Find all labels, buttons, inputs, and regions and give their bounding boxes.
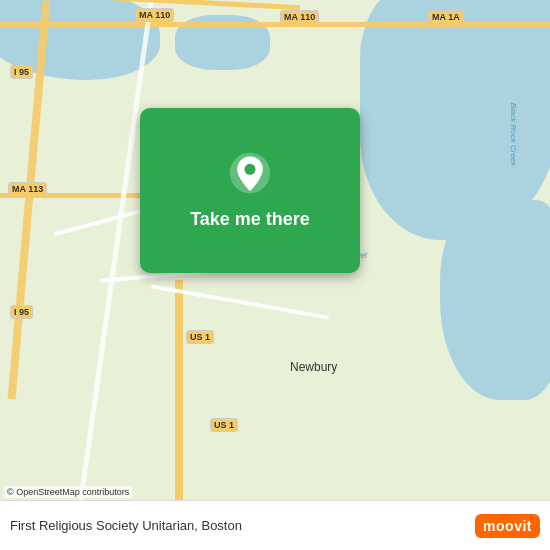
label-ma113: MA 113 (8, 182, 47, 196)
label-ma1a: MA 1A (428, 10, 464, 24)
moovit-logo-box: moovit (475, 514, 540, 538)
road-us1 (175, 280, 183, 520)
map-container: I 95 MA 110 MA 110 MA 1A MA 113 I 95 US … (0, 0, 550, 550)
location-pin-icon (228, 151, 272, 195)
svg-point-1 (245, 164, 256, 175)
bottom-bar: First Religious Society Unitarian, Bosto… (0, 500, 550, 550)
label-us1-1: US 1 (186, 330, 214, 344)
popup-card: Take me there (140, 108, 360, 273)
label-i95-mid: I 95 (10, 305, 33, 319)
newbury-label: Newbury (290, 360, 337, 374)
water-bottom-right (440, 200, 550, 400)
moovit-text: moovit (483, 518, 532, 534)
label-us1-2: US 1 (210, 418, 238, 432)
moovit-logo: moovit (475, 514, 540, 538)
label-ma110-right: MA 110 (280, 10, 319, 24)
road-top-h (0, 22, 550, 27)
label-i95-top: I 95 (10, 65, 33, 79)
take-me-there-button[interactable]: Take me there (190, 209, 310, 230)
location-title: First Religious Society Unitarian, Bosto… (10, 518, 242, 533)
black-rock-creek-label: Black Rock Creek (510, 103, 519, 167)
label-ma110-left: MA 110 (135, 8, 174, 22)
osm-attribution: © OpenStreetMap contributors (4, 486, 132, 498)
